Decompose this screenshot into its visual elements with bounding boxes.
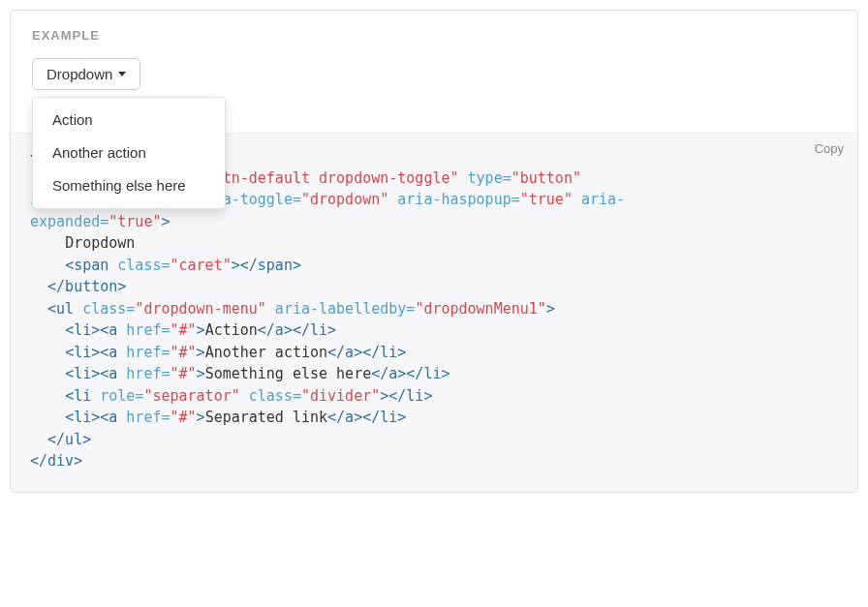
section-label: EXAMPLE (32, 28, 836, 43)
caret-icon (118, 72, 126, 76)
dropdown-toggle-button[interactable]: Dropdown (32, 58, 140, 90)
example-panel: EXAMPLE Dropdown Action Another action S… (10, 10, 858, 493)
dropdown-button-label: Dropdown (46, 66, 112, 82)
dropdown: Dropdown Action Another action Something… (32, 58, 140, 90)
dropdown-item-another-action[interactable]: Another action (33, 137, 225, 169)
copy-button[interactable]: Copy (815, 141, 844, 156)
dropdown-item-something-else[interactable]: Something else here (33, 169, 225, 202)
dropdown-item-action[interactable]: Action (33, 104, 225, 137)
dropdown-menu: Action Another action Something else her… (32, 97, 226, 209)
example-section: EXAMPLE Dropdown Action Another action S… (11, 11, 857, 133)
